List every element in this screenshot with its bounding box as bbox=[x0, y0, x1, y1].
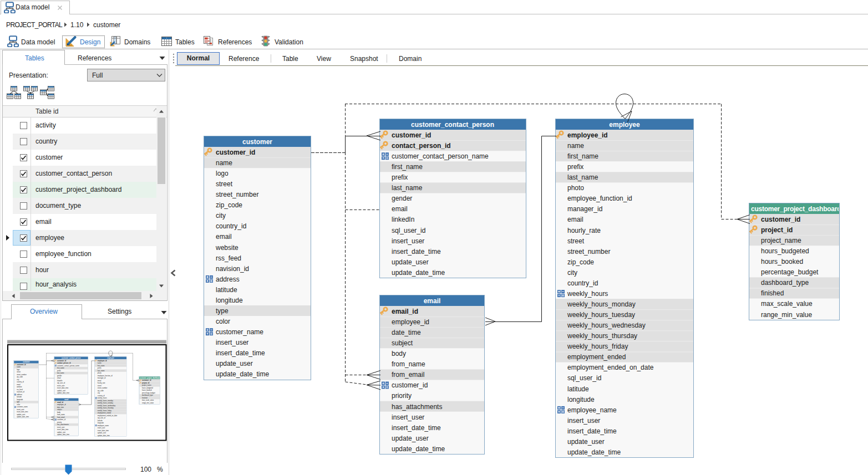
svg-text:update_user: update_user bbox=[392, 435, 429, 442]
svg-text:employment_ended: employment_ended bbox=[567, 353, 626, 361]
svg-text:hours_booked: hours_booked bbox=[761, 258, 803, 265]
svg-text:name: name bbox=[216, 159, 232, 167]
svg-text:latitude: latitude bbox=[567, 385, 589, 393]
svg-text:insert_user: insert_user bbox=[567, 417, 600, 425]
svg-text:has_attachments: has_attachments bbox=[392, 403, 442, 411]
svg-text:email: email bbox=[567, 216, 583, 223]
svg-text:update_date_time: update_date_time bbox=[392, 269, 445, 277]
svg-text:customer_contact_person: customer_contact_person bbox=[411, 121, 494, 129]
svg-text:insert_user: insert_user bbox=[392, 237, 424, 245]
svg-text:customer_contact_person_name: customer_contact_person_name bbox=[392, 152, 489, 160]
svg-text:email: email bbox=[392, 205, 408, 213]
svg-text:street_number: street_number bbox=[216, 191, 258, 198]
svg-text:longitude: longitude bbox=[216, 297, 243, 304]
svg-text:street: street bbox=[216, 180, 233, 188]
svg-text:max_scale_value: max_scale_value bbox=[761, 300, 813, 308]
svg-text:insert_date_time: insert_date_time bbox=[392, 248, 441, 256]
svg-text:date_time: date_time bbox=[392, 329, 421, 336]
svg-text:employee_id: employee_id bbox=[567, 131, 608, 139]
svg-text:update_date_time: update_date_time bbox=[567, 448, 621, 456]
svg-text:country_id: country_id bbox=[567, 279, 598, 287]
svg-text:photo: photo bbox=[567, 184, 584, 192]
svg-text:longitude: longitude bbox=[567, 396, 595, 404]
svg-text:last_name: last_name bbox=[392, 184, 423, 192]
svg-text:weekly_hours_monday: weekly_hours_monday bbox=[567, 300, 636, 308]
svg-text:email: email bbox=[216, 233, 232, 241]
svg-text:street_number: street_number bbox=[567, 248, 610, 256]
svg-text:employee_name: employee_name bbox=[567, 406, 617, 414]
svg-text:country_id: country_id bbox=[216, 222, 246, 230]
svg-text:sql_user_id: sql_user_id bbox=[567, 374, 601, 382]
svg-text:type: type bbox=[216, 307, 229, 315]
svg-text:customer_name: customer_name bbox=[216, 328, 263, 336]
svg-text:update_date_time: update_date_time bbox=[216, 370, 269, 378]
svg-text:navision_id: navision_id bbox=[216, 265, 249, 273]
svg-text:weekly_hours_tuesday: weekly_hours_tuesday bbox=[567, 311, 635, 319]
svg-text:email: email bbox=[424, 297, 441, 305]
svg-text:customer_id: customer_id bbox=[761, 216, 800, 223]
svg-text:rss_feed: rss_feed bbox=[216, 254, 241, 262]
svg-text:first_name: first_name bbox=[392, 163, 423, 171]
svg-text:sql_user_id: sql_user_id bbox=[392, 227, 425, 234]
svg-text:employment_ended_on_date: employment_ended_on_date bbox=[567, 364, 654, 371]
svg-text:weekly_hours_thursday: weekly_hours_thursday bbox=[567, 332, 637, 340]
svg-text:dashboard_type: dashboard_type bbox=[761, 279, 809, 287]
svg-text:contact_person_id: contact_person_id bbox=[392, 142, 451, 150]
svg-text:linkedIn: linkedIn bbox=[392, 216, 414, 223]
svg-text:email_id: email_id bbox=[392, 308, 418, 315]
svg-text:insert_user: insert_user bbox=[392, 413, 424, 421]
svg-text:customer_project_dashboard: customer_project_dashboard bbox=[751, 205, 841, 213]
svg-text:weekly_hours: weekly_hours bbox=[567, 290, 608, 298]
svg-text:insert_date_time: insert_date_time bbox=[216, 349, 265, 357]
svg-text:street: street bbox=[567, 237, 585, 245]
svg-text:employee_function_id: employee_function_id bbox=[567, 195, 632, 202]
svg-text:name: name bbox=[567, 142, 584, 150]
svg-text:color: color bbox=[216, 318, 230, 325]
svg-text:from_name: from_name bbox=[392, 360, 425, 368]
svg-text:update_user: update_user bbox=[392, 258, 429, 266]
svg-text:insert_user: insert_user bbox=[216, 339, 248, 346]
svg-text:zip_code: zip_code bbox=[216, 201, 242, 209]
svg-text:weekly_hours_wednesday: weekly_hours_wednesday bbox=[567, 321, 646, 329]
svg-text:subject: subject bbox=[392, 339, 413, 347]
svg-text:employee: employee bbox=[609, 121, 640, 129]
svg-text:prefix: prefix bbox=[392, 173, 408, 181]
svg-text:city: city bbox=[216, 212, 226, 219]
svg-text:customer_id: customer_id bbox=[392, 381, 428, 389]
svg-text:hours_budgeted: hours_budgeted bbox=[761, 247, 809, 255]
svg-text:zip_code: zip_code bbox=[567, 258, 594, 266]
svg-text:priority: priority bbox=[392, 392, 412, 400]
svg-text:insert_date_time: insert_date_time bbox=[567, 427, 617, 435]
svg-text:city: city bbox=[567, 269, 577, 277]
svg-text:address: address bbox=[216, 275, 240, 283]
svg-text:logo: logo bbox=[216, 170, 229, 177]
svg-text:update_date_time: update_date_time bbox=[392, 445, 445, 453]
svg-text:manager_id: manager_id bbox=[567, 205, 602, 213]
svg-text:customer_id: customer_id bbox=[216, 149, 255, 156]
svg-text:first_name: first_name bbox=[567, 152, 598, 160]
svg-text:customer_id: customer_id bbox=[392, 131, 431, 139]
svg-text:finished: finished bbox=[761, 289, 784, 297]
svg-text:weekly_hours_friday: weekly_hours_friday bbox=[567, 343, 628, 350]
svg-text:prefix: prefix bbox=[567, 163, 583, 171]
svg-text:gender: gender bbox=[392, 195, 412, 202]
svg-text:update_user: update_user bbox=[216, 360, 253, 367]
svg-text:percentage_budget: percentage_budget bbox=[761, 268, 819, 276]
svg-text:customer: customer bbox=[242, 138, 272, 146]
svg-text:latitude: latitude bbox=[216, 286, 237, 294]
svg-text:range_min_value: range_min_value bbox=[761, 311, 812, 319]
svg-text:hourly_rate: hourly_rate bbox=[567, 227, 601, 234]
svg-text:website: website bbox=[215, 244, 238, 252]
svg-text:body: body bbox=[392, 350, 406, 357]
svg-text:employee_id: employee_id bbox=[392, 318, 429, 326]
svg-text:project_name: project_name bbox=[761, 237, 801, 244]
svg-text:last_name: last_name bbox=[567, 173, 598, 181]
svg-text:insert_date_time: insert_date_time bbox=[392, 424, 441, 432]
svg-text:update_user: update_user bbox=[567, 438, 605, 446]
svg-text:project_id: project_id bbox=[761, 226, 793, 234]
svg-text:from_email: from_email bbox=[392, 371, 424, 379]
